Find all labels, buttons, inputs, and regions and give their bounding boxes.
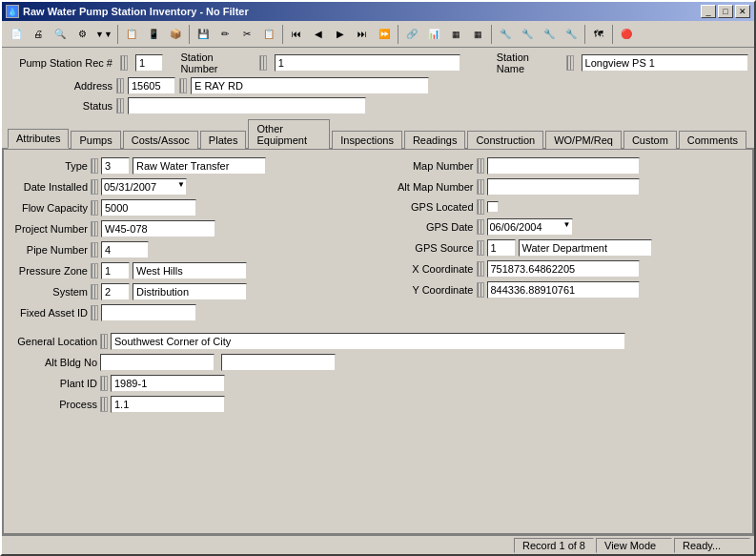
plant-id-label: Plant ID	[11, 378, 97, 389]
alt-map-number-field[interactable]	[487, 178, 640, 196]
cut-button[interactable]: ✂	[236, 24, 257, 45]
toolbar: 📄 🖨 🔍 ⚙ ▼▼ 📋 📱 📦 💾 ✏ ✂ 📋 ⏮ ◀ ▶ ⏭ ⏩ 🔗 📊 ▦…	[2, 21, 754, 48]
system-value-field[interactable]: Distribution	[133, 283, 247, 300]
close-button[interactable]: ✕	[735, 5, 750, 18]
view-mode: View Mode	[596, 538, 672, 553]
toolbar-separator-5	[491, 25, 492, 44]
status-field[interactable]	[128, 97, 366, 114]
gps-source-code-field[interactable]: 1	[487, 239, 516, 257]
general-location-label: General Location	[11, 336, 97, 347]
tab-pumps[interactable]: Pumps	[71, 131, 120, 149]
tab-inspections[interactable]: Inspections	[332, 131, 402, 149]
type-code-field[interactable]: 3	[101, 157, 130, 175]
form-button[interactable]: 📱	[143, 24, 164, 45]
tab-readings[interactable]: Readings	[404, 131, 465, 149]
tool-button-3[interactable]: 🔧	[539, 24, 560, 45]
pump-station-rec-field[interactable]: 1	[135, 54, 163, 72]
tool-button-1[interactable]: 🔧	[495, 24, 516, 45]
plant-id-handle	[100, 376, 108, 391]
flow-capacity-field[interactable]: 5000	[101, 199, 196, 216]
filter-button[interactable]: ▼▼	[93, 24, 114, 45]
station-name-handle	[566, 55, 574, 71]
first-record-button[interactable]: ⏮	[286, 24, 307, 45]
fast-forward-button[interactable]: ⏩	[374, 24, 395, 45]
tab-custom[interactable]: Custom	[623, 131, 677, 149]
y-coordinate-field[interactable]: 844336.88910761	[487, 281, 640, 299]
x-coordinate-field[interactable]: 751873.64862205	[487, 260, 640, 278]
settings-button[interactable]: ⚙	[72, 24, 92, 45]
maximize-button[interactable]: □	[718, 5, 733, 18]
gps-located-label: GPS Located	[388, 201, 474, 213]
ready-status: Ready...	[674, 538, 750, 553]
address-street-field[interactable]: E RAY RD	[191, 77, 429, 94]
station-name-field[interactable]: Longview PS 1	[582, 54, 748, 72]
map-button[interactable]: 🗺	[588, 24, 609, 45]
pressure-zone-code-field[interactable]: 1	[101, 262, 130, 279]
next-record-button[interactable]: ▶	[330, 24, 351, 45]
pump-rec-handle	[120, 55, 128, 71]
project-number-field[interactable]: W45-078	[101, 220, 215, 237]
pump-station-rec-label: Pump Station Rec #	[8, 57, 112, 69]
main-window: 💧 Raw Water Pump Station Inventory - No …	[0, 0, 756, 556]
package-button[interactable]: 📦	[165, 24, 186, 45]
tool-button-2[interactable]: 🔧	[517, 24, 538, 45]
grid-button-2[interactable]: ▦	[467, 24, 488, 45]
pipe-number-field[interactable]: 4	[101, 241, 149, 258]
gps-source-value-field[interactable]: Water Department	[519, 239, 652, 257]
toolbar-separator-7	[612, 25, 613, 44]
copy-button[interactable]: 📋	[258, 24, 279, 45]
type-value-field[interactable]: Raw Water Transfer	[133, 157, 266, 175]
tab-other-equipment[interactable]: Other Equipment	[248, 119, 330, 149]
gps-date-select[interactable]: 06/06/2004	[487, 218, 573, 236]
link-button[interactable]: 🔗	[401, 24, 422, 45]
date-installed-wrapper[interactable]: 05/31/2007	[101, 178, 187, 196]
alt-bldg-no-field-1[interactable]	[100, 354, 215, 371]
station-number-field[interactable]: 1	[275, 54, 460, 72]
plant-id-field[interactable]: 1989-1	[111, 375, 225, 392]
system-handle	[91, 284, 98, 299]
tab-attributes[interactable]: Attributes	[8, 129, 69, 149]
tab-construction[interactable]: Construction	[467, 131, 543, 149]
tab-costs[interactable]: Costs/Assoc	[123, 131, 198, 149]
print-button[interactable]: 🖨	[28, 24, 49, 45]
system-label: System	[11, 286, 88, 298]
gps-located-checkbox[interactable]	[487, 201, 499, 213]
alt-bldg-no-field-2[interactable]	[221, 354, 336, 371]
pressure-zone-handle	[91, 263, 98, 278]
stop-button[interactable]: 🔴	[616, 24, 637, 45]
fixed-asset-field[interactable]	[101, 304, 196, 321]
gps-date-handle	[477, 219, 484, 235]
chart-button[interactable]: 📊	[423, 24, 444, 45]
search-button[interactable]: 🔍	[50, 24, 71, 45]
address-handle	[116, 78, 124, 93]
general-location-field[interactable]: Southwest Corner of City	[111, 333, 625, 350]
gps-date-wrapper[interactable]: 06/06/2004	[487, 218, 573, 236]
tab-wo-pm-req[interactable]: WO/PM/Req	[545, 131, 622, 149]
edit-button[interactable]: ✏	[215, 24, 235, 45]
address-num-field[interactable]: 15605	[128, 77, 175, 94]
tab-comments[interactable]: Comments	[679, 131, 746, 149]
system-code-field[interactable]: 2	[101, 283, 130, 300]
flow-capacity-label: Flow Capacity	[11, 202, 88, 214]
tab-plates[interactable]: Plates	[200, 131, 247, 149]
save-button[interactable]: 💾	[193, 24, 214, 45]
fixed-asset-label: Fixed Asset ID	[11, 307, 88, 319]
pressure-zone-value-field[interactable]: West Hills	[133, 262, 247, 279]
new-button[interactable]: 📄	[6, 24, 27, 45]
map-number-field[interactable]	[487, 157, 640, 175]
prev-record-button[interactable]: ◀	[308, 24, 329, 45]
alt-map-number-label: Alt Map Number	[388, 181, 474, 193]
last-record-button[interactable]: ⏭	[352, 24, 373, 45]
pipe-number-handle	[91, 242, 98, 257]
list-button[interactable]: 📋	[121, 24, 142, 45]
minimize-button[interactable]: _	[701, 5, 716, 18]
pressure-zone-label: Pressure Zone	[11, 265, 88, 277]
general-location-handle	[100, 334, 108, 349]
date-installed-select[interactable]: 05/31/2007	[101, 178, 187, 196]
grid-button-1[interactable]: ▦	[445, 24, 466, 45]
toolbar-separator-1	[117, 25, 118, 44]
process-field[interactable]: 1.1	[111, 396, 225, 413]
title-bar: 💧 Raw Water Pump Station Inventory - No …	[2, 2, 754, 21]
tool-button-4[interactable]: 🔧	[561, 24, 582, 45]
process-label: Process	[11, 399, 97, 410]
